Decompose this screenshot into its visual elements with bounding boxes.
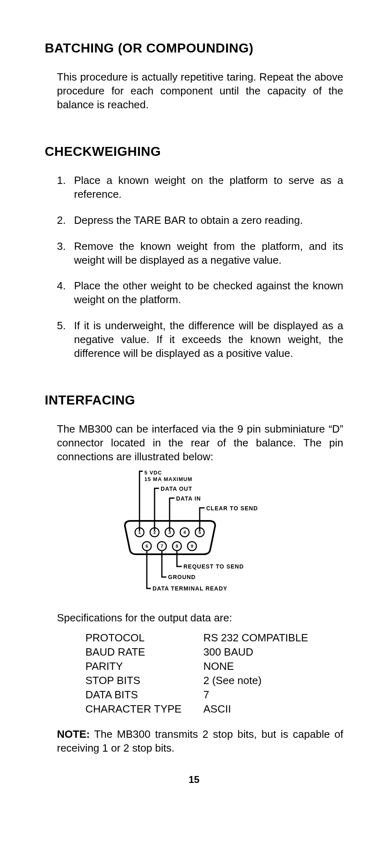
pin-6: 6 [142, 542, 151, 551]
spec-key: PARITY [85, 659, 203, 673]
checkweighing-steps: Place a known weight on the platform to … [57, 174, 343, 360]
spec-table: PROTOCOL RS 232 COMPATIBLE BAUD RATE 300… [85, 631, 343, 717]
pin6-label: DATA TERMINAL READY [153, 585, 227, 592]
pin-7: 7 [157, 542, 166, 551]
section-batching: BATCHING (OR COMPOUNDING) This procedure… [45, 41, 343, 112]
heading-checkweighing: CHECKWEIGHING [45, 144, 343, 159]
spec-key: DATA BITS [85, 688, 203, 702]
spec-value: 300 BAUD [203, 645, 343, 659]
pin7-label: GROUND [168, 574, 196, 580]
pin8-label: REQUEST TO SEND [183, 563, 244, 570]
spec-value: 7 [203, 688, 343, 702]
spec-value: RS 232 COMPATIBLE [203, 631, 343, 645]
table-row: PARITY NONE [85, 659, 343, 673]
connector-diagram: 5 VDC 15 MA MAXIMUM DATA OUT DATA IN CLE… [45, 469, 343, 595]
svg-text:7: 7 [161, 544, 163, 549]
svg-text:1: 1 [138, 530, 141, 535]
table-row: BAUD RATE 300 BAUD [85, 645, 343, 659]
svg-text:3: 3 [168, 530, 171, 535]
svg-text:2: 2 [153, 530, 156, 535]
svg-text:6: 6 [146, 544, 148, 549]
spec-value: ASCII [203, 702, 343, 716]
pin5-label: CLEAR TO SEND [206, 505, 258, 512]
list-item: Place a known weight on the platform to … [57, 174, 343, 201]
note-paragraph: NOTE: The MB300 transmits 2 stop bits, b… [57, 728, 343, 755]
section-interfacing: INTERFACING The MB300 can be interfaced … [45, 393, 343, 755]
svg-text:8: 8 [176, 544, 178, 549]
list-item: Remove the known weight from the platfor… [57, 240, 343, 267]
spec-key: STOP BITS [85, 673, 203, 688]
list-item: If it is underweight, the difference wil… [57, 319, 343, 360]
list-item: Place the other weight to be checked aga… [57, 279, 343, 307]
table-row: CHARACTER TYPE ASCII [85, 702, 343, 716]
pin1-label-b: 15 MA MAXIMUM [144, 476, 192, 482]
pin-9: 9 [187, 542, 196, 551]
spec-key: CHARACTER TYPE [85, 702, 203, 716]
spec-key: BAUD RATE [85, 645, 203, 659]
spec-value: 2 (See note) [203, 673, 343, 688]
note-body: The MB300 transmits 2 stop bits, but is … [57, 728, 343, 754]
section-checkweighing: CHECKWEIGHING Place a known weight on th… [45, 144, 343, 360]
table-row: DATA BITS 7 [85, 688, 343, 702]
svg-text:9: 9 [191, 544, 193, 549]
note-label: NOTE: [57, 728, 90, 740]
svg-text:5: 5 [198, 530, 201, 535]
pin-4: 4 [180, 528, 189, 537]
heading-batching: BATCHING (OR COMPOUNDING) [45, 41, 343, 56]
table-row: STOP BITS 2 (See note) [85, 673, 343, 688]
heading-interfacing: INTERFACING [45, 393, 343, 408]
pin1-label-a: 5 VDC [144, 470, 162, 476]
spec-intro: Specifications for the output data are: [57, 611, 343, 625]
pin3-label: DATA IN [176, 495, 201, 502]
list-item: Depress the TARE BAR to obtain a zero re… [57, 214, 343, 227]
batching-paragraph: This procedure is actually repetitive ta… [57, 70, 343, 112]
spec-key: PROTOCOL [85, 631, 203, 645]
table-row: PROTOCOL RS 232 COMPATIBLE [85, 631, 343, 645]
document-page: BATCHING (OR COMPOUNDING) This procedure… [0, 0, 388, 818]
svg-text:4: 4 [183, 530, 186, 535]
pin2-label: DATA OUT [161, 485, 192, 492]
spec-value: NONE [203, 659, 343, 673]
pin-8: 8 [172, 542, 181, 551]
page-number: 15 [45, 774, 343, 785]
interfacing-paragraph: The MB300 can be interfaced via the 9 pi… [57, 422, 343, 464]
